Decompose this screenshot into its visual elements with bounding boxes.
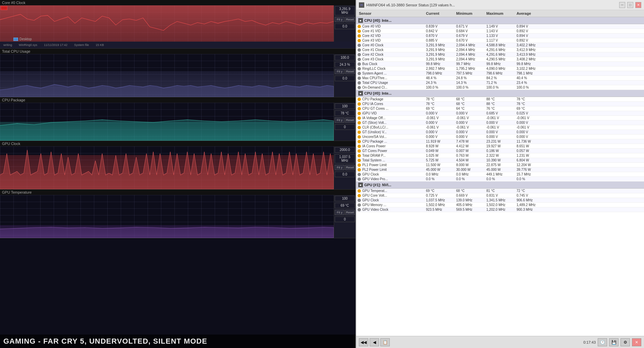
- footer-clock-btn[interactable]: 🕐: [598, 338, 607, 346]
- cpu-package-reset-btn[interactable]: Reset: [345, 117, 355, 123]
- table-row[interactable]: GT Cores Power 0.049 W 0.007 W 0.186 W 0…: [356, 149, 644, 153]
- table-row[interactable]: Core #2 Clock 3,291.9 MHz 2,094.4 MHz 4,…: [356, 52, 644, 57]
- table-row[interactable]: GT (Slice) Volt... 0.000 V 0.000 V 0.000…: [356, 120, 644, 125]
- sensor-avg-1-5: 0.000 V: [515, 121, 542, 125]
- cpu-usage-label: Total CPU Usage: [0, 49, 356, 54]
- sensor-min-1-13: 4.504 W: [455, 158, 485, 162]
- sensor-name-2-3: GPU Memory ...: [358, 203, 425, 207]
- footer-save-btn[interactable]: 💾: [609, 338, 619, 346]
- table-row[interactable]: PL1 Power Limit 11.500 W 8.000 W 22.875 …: [356, 163, 644, 167]
- table-row[interactable]: Total CPU Usage 24.3 % 14.3 % 71.2 % 23.…: [356, 81, 644, 85]
- table-row[interactable]: Core #0 VID 0.839 V 0.671 V 1.149 V 0.89…: [356, 24, 644, 29]
- core0-fity-btn[interactable]: Fit y: [335, 17, 344, 22]
- sensor-max-1-10: 19.927 W: [485, 144, 515, 148]
- sensor-max-1-7: 0.000 V: [485, 130, 515, 134]
- table-row[interactable]: CPU GT Cores ... 69 °C 64 °C 76 °C 69 °C: [356, 106, 644, 111]
- sensor-current-1-10: 8.928 W: [425, 144, 455, 148]
- sensor-icon-1-14: [358, 163, 361, 167]
- core0-reset-btn[interactable]: Reset: [345, 17, 355, 22]
- table-row[interactable]: GT (Unslice) V... 0.000 V 0.000 V 0.000 …: [356, 130, 644, 135]
- sensor-avg-0-6: 3,413.9 MHz: [515, 53, 542, 56]
- sensor-max-0-12: 71.2 %: [485, 81, 515, 85]
- footer-close-btn[interactable]: ✕: [632, 338, 641, 346]
- cpu-package-fity-btn[interactable]: Fit y: [335, 117, 344, 123]
- sensor-icon-2-3: [358, 203, 361, 207]
- table-row[interactable]: Core #1 Clock 3,291.9 MHz 2,094.4 MHz 4,…: [356, 48, 644, 52]
- table-row[interactable]: GPU Video Clock 923.5 MHz 569.5 MHz 1,20…: [356, 207, 644, 212]
- sensor-avg-1-1: 78 °C: [515, 102, 542, 106]
- sensor-icon-2-0: [358, 189, 361, 193]
- table-row[interactable]: IA Voltage Off... -0.061 V -0.061 V -0.0…: [356, 116, 644, 120]
- minimize-btn[interactable]: ─: [619, 2, 625, 8]
- table-row[interactable]: Core #0 Clock 3,291.9 MHz 2,094.4 MHz 4,…: [356, 43, 644, 48]
- table-row[interactable]: CPU Package ... 11.919 W 7.478 W 23.231 …: [356, 139, 644, 144]
- sensor-current-0-8: 99.8 MHz: [425, 62, 455, 66]
- table-row[interactable]: CLR (CBo/LLC/... -0.061 V -0.061 V -0.06…: [356, 125, 644, 130]
- sensor-min-1-0: 68 °C: [455, 97, 485, 101]
- table-row[interactable]: On-Demand Cl... 100.0 % 100.0 % 100.0 % …: [356, 85, 644, 90]
- table-row[interactable]: GPU Core Volt... 0.725 V 0.669 V 0.831 V…: [356, 193, 644, 198]
- footer-prev-btn[interactable]: ◀: [370, 338, 379, 346]
- table-row[interactable]: IA Cores Power 8.928 W 4.412 W 19.927 W …: [356, 144, 644, 149]
- cpu-usage-fity-btn[interactable]: Fit y: [335, 69, 344, 74]
- table-row[interactable]: System Agent ... 798.0 MHz 797.5 MHz 798…: [356, 71, 644, 76]
- sensor-max-1-14: 22.875 W: [485, 163, 515, 167]
- sensor-current-0-13: 100.0 %: [425, 86, 455, 89]
- sensor-avg-1-9: 11.736 W: [515, 140, 542, 143]
- table-row[interactable]: Core #3 VID 0.885 V 0.670 V 1.117 V 0.89…: [356, 38, 644, 43]
- sensor-max-0-6: 4,291.6 MHz: [485, 53, 515, 56]
- table-row[interactable]: Total DRAM P... 1.025 W 0.763 W 2.322 W …: [356, 153, 644, 158]
- sensor-min-1-6: -0.061 V: [455, 126, 485, 129]
- close-btn[interactable]: ✕: [635, 2, 641, 8]
- footer-back-btn[interactable]: ◀◀: [359, 338, 368, 346]
- table-row[interactable]: CPU IA Cores 78 °C 68 °C 88 °C 78 °C: [356, 102, 644, 106]
- table-row[interactable]: CPU Package 78 °C 68 °C 88 °C 78 °C: [356, 97, 644, 102]
- table-row[interactable]: GPU Temperat... 69 °C 68 °C 81 °C 72 °C: [356, 189, 644, 193]
- cpu-package-value3: 0: [335, 124, 355, 130]
- sensor-icon-0-2: [358, 34, 361, 38]
- cpu-usage-chart-area: 100.0 24.3 % Fit y Reset 0.0: [0, 54, 356, 97]
- table-row[interactable]: PL2 Power Limit 45.000 W 30.000 W 45.000…: [356, 167, 644, 172]
- sensor-avg-1-17: 0.0 %: [515, 177, 542, 181]
- table-row[interactable]: GPU Clock 1,037.5 MHz 139.0 MHz 1,341.5 …: [356, 198, 644, 203]
- gpu-clock-reset-btn[interactable]: Reset: [345, 165, 355, 170]
- footer-copy-btn[interactable]: 📋: [380, 338, 390, 346]
- hwinfo-app-icon: H: [359, 2, 364, 8]
- table-row[interactable]: GPU Clock 0.0 MHz 0.0 MHz 449.1 MHz 15.7…: [356, 172, 644, 177]
- gpu-temp-fity-btn[interactable]: Fit y: [335, 210, 344, 215]
- gpu-clock-label: GPU Clock: [0, 141, 356, 146]
- sensor-current-1-2: 69 °C: [425, 107, 455, 110]
- table-row[interactable]: Core #3 Clock 3,291.9 MHz 2,094.4 MHz 4,…: [356, 57, 644, 62]
- sensor-current-2-0: 69 °C: [425, 189, 455, 193]
- table-row[interactable]: GPU Video Pro... 0.0 % 0.0 % 0.0 % 0.0 %: [356, 177, 644, 182]
- sensor-name-2-1: GPU Core Volt...: [358, 194, 425, 197]
- winring-text: WinRing0.sys: [19, 43, 37, 47]
- core0-value2: 0.0: [335, 23, 355, 29]
- gpu-temp-reset-btn[interactable]: Reset: [345, 210, 355, 215]
- sensor-max-1-5: 0.000 V: [485, 121, 515, 125]
- table-row[interactable]: Core #2 VID 0.870 V 0.679 V 1.133 V 0.89…: [356, 34, 644, 38]
- table-row[interactable]: iGPU VID 0.000 V 0.000 V 0.685 V 0.025 V: [356, 111, 644, 116]
- gpu-clock-fity-btn[interactable]: Fit y: [335, 165, 344, 170]
- cpu-package-section: CPU Package 100 78 °C Fit y Reset 0: [0, 97, 356, 141]
- table-row[interactable]: GPU Memory ... 1,502.0 MHz 405.0 MHz 1,5…: [356, 203, 644, 207]
- cpu-usage-reset-btn[interactable]: Reset: [345, 69, 355, 74]
- sensor-avg-0-4: 3,402.2 MHz: [515, 43, 542, 47]
- sensor-name-1-7: GT (Unslice) V...: [358, 130, 425, 134]
- gpu-clock-canvas: [0, 146, 334, 189]
- table-row[interactable]: Ring/LLC Clock 2,992.7 MHz 1,795.2 MHz 4…: [356, 66, 644, 71]
- sensor-avg-1-16: 15.7 MHz: [515, 172, 542, 176]
- sensor-avg-1-7: 0.000 V: [515, 130, 542, 134]
- table-row[interactable]: Max CPU/Thre... 48.4 % 24.8 % 84.2 % 40.…: [356, 76, 644, 81]
- footer-settings-btn[interactable]: ⚙: [621, 338, 630, 346]
- table-row[interactable]: Total System ... 5.725 W 4.504 W 10.390 …: [356, 158, 644, 163]
- cpu-usage-svg: [0, 54, 334, 97]
- sensor-icon-0-8: [358, 62, 361, 66]
- gpu-temp-chart-area: 100 69 °C Fit y Reset 0: [0, 195, 356, 238]
- table-row[interactable]: Bus Clock 99.8 MHz 99.7 MHz 99.8 MHz 99.…: [356, 62, 644, 66]
- maximize-btn[interactable]: □: [627, 2, 633, 8]
- table-row[interactable]: Uncore/SA Vol... 0.000 V 0.000 V 0.000 V…: [356, 135, 644, 139]
- sensor-max-1-15: 45.000 W: [485, 168, 515, 171]
- hwinfo-body[interactable]: ■ CPU [#0]: Inte... Core #0 VID 0.839 V …: [356, 17, 644, 336]
- table-row[interactable]: Core #1 VID 0.842 V 0.684 V 1.143 V 0.89…: [356, 29, 644, 34]
